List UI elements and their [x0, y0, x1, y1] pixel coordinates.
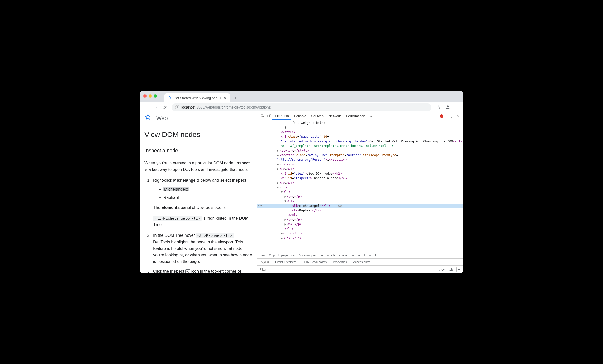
step-1-note-a: The Elements panel of DevTools opens.: [153, 204, 253, 211]
maximize-window-button[interactable]: [154, 94, 157, 98]
crumb[interactable]: ol: [358, 254, 360, 257]
browser-menu-button[interactable]: ⋮: [453, 103, 461, 111]
tab-performance[interactable]: Performance: [344, 112, 368, 120]
page-viewport: Web View DOM nodes Inspect a node When y…: [140, 112, 257, 273]
site-header: Web: [140, 112, 257, 124]
tab-elements[interactable]: Elements: [272, 112, 291, 120]
crumb[interactable]: ul: [369, 254, 371, 257]
close-window-button[interactable]: [143, 94, 147, 98]
styles-subtabs: Styles Event Listeners DOM Breakpoints P…: [257, 258, 463, 265]
svg-point-0: [447, 105, 449, 107]
content-area: Web View DOM nodes Inspect a node When y…: [140, 112, 463, 273]
intro-paragraph: When you're interested in a particular D…: [144, 160, 253, 173]
crumb[interactable]: #top_of_page: [269, 254, 288, 257]
browser-toolbar: ← → ⟳ i localhost:8080/web/tools/chrome-…: [140, 102, 463, 112]
bookmark-button[interactable]: ☆: [434, 103, 443, 111]
subtab-accessibility[interactable]: Accessibility: [350, 259, 373, 265]
step-1: Right-click Michelangelo below and selec…: [152, 177, 253, 228]
error-count: 6: [444, 114, 446, 118]
crumb[interactable]: article: [339, 254, 347, 257]
subtab-properties[interactable]: Properties: [330, 259, 350, 265]
subtab-styles[interactable]: Styles: [257, 259, 272, 265]
svg-rect-3: [270, 114, 271, 116]
close-tab-button[interactable]: ✕: [223, 96, 227, 100]
cls-toggle[interactable]: .cls: [448, 268, 454, 271]
browser-window: Get Started With Viewing And C ✕ + ← → ⟳…: [140, 91, 463, 273]
more-tabs-button[interactable]: »: [368, 114, 374, 118]
browser-tab[interactable]: Get Started With Viewing And C ✕: [164, 93, 230, 102]
dom-tree[interactable]: font-weight: bold; } </style> <h1 class=…: [257, 120, 463, 252]
breadcrumb-trail[interactable]: html #top_of_page div #gc-wrapper div ar…: [257, 252, 463, 258]
tab-console[interactable]: Console: [291, 112, 309, 120]
article-h1: View DOM nodes: [144, 129, 253, 141]
styles-filter-bar: :hov .cls +: [257, 265, 463, 273]
article-body: View DOM nodes Inspect a node When you'r…: [140, 124, 257, 273]
step-3: Click the Inspect icon in the top-left c…: [152, 268, 253, 273]
subtab-dom-breakpoints[interactable]: DOM Breakpoints: [299, 259, 330, 265]
favicon-icon: [168, 96, 172, 100]
address-bar[interactable]: i localhost:8080/web/tools/chrome-devtoo…: [172, 103, 431, 111]
selected-dom-node[interactable]: <li>Michelangelo</li> == $0: [257, 204, 463, 208]
devtools-close-button[interactable]: ✕: [455, 114, 462, 118]
tab-strip: Get Started With Viewing And C ✕ +: [140, 91, 463, 102]
inspect-icon: [185, 269, 190, 273]
crumb[interactable]: html: [259, 254, 265, 257]
tab-sources[interactable]: Sources: [309, 112, 326, 120]
step-2: In the DOM Tree hover <li>Raphael</li>. …: [152, 232, 253, 265]
crumb[interactable]: div: [351, 254, 355, 257]
new-tab-button[interactable]: +: [232, 94, 239, 101]
crumb[interactable]: div: [291, 254, 295, 257]
devtools-panel: Elements Console Sources Network Perform…: [257, 112, 463, 273]
site-info-icon[interactable]: i: [175, 105, 179, 109]
new-style-rule-button[interactable]: +: [456, 267, 461, 272]
subtab-event-listeners[interactable]: Event Listeners: [272, 259, 299, 265]
hov-toggle[interactable]: :hov: [438, 268, 446, 271]
tab-network[interactable]: Network: [326, 112, 344, 120]
example-item-raphael[interactable]: Raphael: [163, 194, 253, 201]
minimize-window-button[interactable]: [149, 94, 152, 98]
devtools-menu-button[interactable]: ⋮: [448, 114, 455, 118]
reload-button[interactable]: ⟳: [160, 103, 169, 111]
styles-filter-input[interactable]: [259, 268, 436, 271]
inspect-element-button[interactable]: [259, 114, 266, 118]
example-item-michelangelo[interactable]: Michelangelo: [163, 186, 253, 193]
crumb[interactable]: #gc-wrapper: [299, 254, 316, 257]
svg-rect-2: [267, 115, 269, 117]
article-h2: Inspect a node: [144, 146, 253, 155]
crumb[interactable]: div: [319, 254, 323, 257]
forward-button[interactable]: →: [151, 103, 159, 111]
window-controls: [143, 94, 157, 98]
profile-button[interactable]: [444, 103, 452, 111]
site-logo-icon: [144, 114, 151, 122]
url-text: localhost:8080/web/tools/chrome-devtools…: [181, 105, 271, 109]
step-1-note-b: <li>Michelangelo</li> is highlighted in …: [153, 215, 253, 228]
site-name: Web: [156, 115, 168, 122]
tab-title: Get Started With Viewing And C: [174, 96, 221, 100]
crumb[interactable]: article: [327, 254, 335, 257]
steps-list: Right-click Michelangelo below and selec…: [144, 177, 253, 273]
error-icon: ✕: [440, 114, 443, 118]
error-badge[interactable]: ✕ 6: [438, 114, 448, 118]
devtools-tabs: Elements Console Sources Network Perform…: [257, 112, 463, 120]
example-list: Michelangelo Raphael: [153, 186, 253, 201]
crumb[interactable]: li: [375, 254, 376, 257]
crumb[interactable]: li: [364, 254, 365, 257]
device-toolbar-button[interactable]: [266, 114, 272, 118]
back-button[interactable]: ←: [142, 103, 150, 111]
